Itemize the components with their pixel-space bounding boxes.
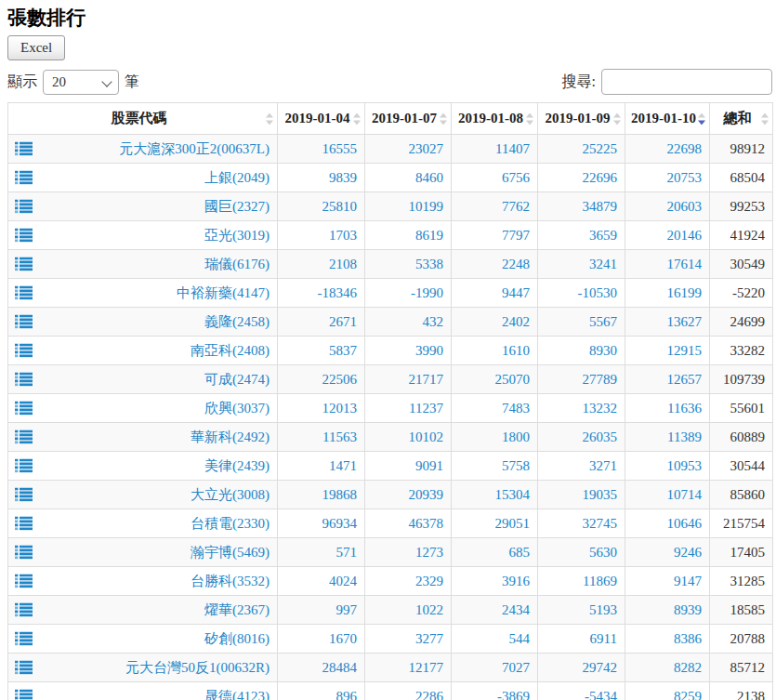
value-link[interactable]: 12177 — [409, 660, 444, 675]
list-icon[interactable] — [15, 603, 33, 617]
value-link[interactable]: 20146 — [667, 228, 703, 243]
value-link[interactable]: 8259 — [674, 689, 702, 700]
value-link[interactable]: 8282 — [674, 660, 702, 675]
value-link[interactable]: 22698 — [667, 141, 703, 156]
value-link[interactable]: 1273 — [415, 545, 443, 560]
value-link[interactable]: 7762 — [502, 199, 530, 214]
value-link[interactable]: 1471 — [329, 458, 357, 473]
value-link[interactable]: 3271 — [589, 458, 617, 473]
value-link[interactable]: 1800 — [502, 429, 530, 444]
value-link[interactable]: 2248 — [502, 257, 530, 271]
value-link[interactable]: 17614 — [667, 257, 703, 271]
value-link[interactable]: 11389 — [667, 429, 702, 444]
column-header-total[interactable]: 總和 — [710, 103, 773, 135]
length-select[interactable]: 20 — [43, 70, 119, 95]
stock-link[interactable]: 台勝科(3532) — [191, 574, 270, 588]
value-link[interactable]: 25225 — [583, 141, 618, 156]
value-link[interactable]: 5630 — [589, 545, 617, 560]
value-link[interactable]: 16555 — [322, 141, 358, 156]
value-link[interactable]: 22696 — [583, 170, 618, 185]
value-link[interactable]: 3241 — [589, 257, 617, 271]
value-link[interactable]: 22506 — [322, 372, 358, 387]
value-link[interactable]: 2286 — [415, 689, 443, 700]
list-icon[interactable] — [15, 632, 33, 646]
value-link[interactable]: 2434 — [502, 602, 530, 617]
list-icon[interactable] — [15, 546, 33, 560]
list-icon[interactable] — [15, 258, 33, 271]
list-icon[interactable] — [15, 459, 33, 473]
value-link[interactable]: -5434 — [585, 689, 617, 700]
value-link[interactable]: 10102 — [409, 429, 444, 444]
value-link[interactable]: 11563 — [322, 429, 357, 444]
value-link[interactable]: 5567 — [589, 314, 617, 329]
stock-link[interactable]: 燿華(2367) — [204, 602, 270, 617]
stock-link[interactable]: 國巨(2327) — [204, 199, 270, 214]
stock-link[interactable]: 上銀(2049) — [204, 170, 270, 185]
value-link[interactable]: -18346 — [318, 285, 358, 300]
value-link[interactable]: 1703 — [329, 228, 357, 243]
list-icon[interactable] — [15, 200, 33, 214]
value-link[interactable]: 8939 — [674, 602, 702, 617]
value-link[interactable]: 544 — [509, 631, 531, 646]
value-link[interactable]: 20603 — [667, 199, 703, 214]
list-icon[interactable] — [15, 690, 33, 700]
list-icon[interactable] — [15, 142, 33, 156]
value-link[interactable]: -1990 — [411, 285, 443, 300]
value-link[interactable]: 3659 — [589, 228, 617, 243]
stock-link[interactable]: 元大滬深300正2(00637L) — [119, 141, 270, 156]
value-link[interactable]: 5193 — [589, 602, 617, 617]
value-link[interactable]: 29742 — [583, 660, 618, 675]
value-link[interactable]: 19868 — [322, 487, 358, 502]
value-link[interactable]: 28484 — [322, 660, 358, 675]
value-link[interactable]: 29051 — [495, 516, 531, 531]
value-link[interactable]: 12657 — [667, 372, 703, 387]
list-icon[interactable] — [15, 661, 33, 675]
value-link[interactable]: 16199 — [667, 285, 703, 300]
stock-link[interactable]: 美律(2439) — [204, 458, 270, 473]
list-icon[interactable] — [15, 286, 33, 300]
value-link[interactable]: 25810 — [322, 199, 358, 214]
stock-link[interactable]: 華新科(2492) — [191, 429, 270, 444]
stock-link[interactable]: 可成(2474) — [204, 372, 270, 387]
column-header-date-2[interactable]: 2019-01-07 — [365, 103, 452, 135]
value-link[interactable]: 96934 — [322, 516, 358, 531]
value-link[interactable]: 25070 — [495, 372, 531, 387]
value-link[interactable]: 7483 — [502, 401, 530, 416]
stock-link[interactable]: 瀚宇博(5469) — [191, 545, 270, 560]
stock-link[interactable]: 瑞儀(6176) — [204, 257, 270, 271]
value-link[interactable]: 8619 — [415, 228, 443, 243]
list-icon[interactable] — [15, 517, 33, 531]
value-link[interactable]: 11407 — [495, 141, 530, 156]
stock-link[interactable]: 矽創(8016) — [204, 631, 270, 646]
list-icon[interactable] — [15, 344, 33, 358]
list-icon[interactable] — [15, 430, 33, 444]
value-link[interactable]: 896 — [336, 689, 358, 700]
value-link[interactable]: 11636 — [667, 401, 702, 416]
value-link[interactable]: 685 — [509, 545, 531, 560]
value-link[interactable]: 13232 — [583, 401, 618, 416]
stock-link[interactable]: 義隆(2458) — [204, 314, 270, 329]
value-link[interactable]: 1022 — [415, 602, 443, 617]
value-link[interactable]: 26035 — [583, 429, 618, 444]
value-link[interactable]: 10953 — [667, 458, 703, 473]
value-link[interactable]: 1610 — [502, 343, 530, 358]
list-icon[interactable] — [15, 402, 33, 416]
value-link[interactable]: 3277 — [415, 631, 443, 646]
value-link[interactable]: 11237 — [409, 401, 443, 416]
value-link[interactable]: 7797 — [502, 228, 530, 243]
excel-export-button[interactable]: Excel — [7, 35, 65, 60]
value-link[interactable]: 8386 — [674, 631, 702, 646]
stock-link[interactable]: 台積電(2330) — [191, 516, 270, 531]
value-link[interactable]: 34879 — [583, 199, 618, 214]
value-link[interactable]: 10714 — [667, 487, 703, 502]
value-link[interactable]: 2671 — [329, 314, 357, 329]
value-link[interactable]: 32745 — [583, 516, 618, 531]
value-link[interactable]: 10646 — [667, 516, 703, 531]
stock-link[interactable]: 晟德(4123) — [204, 689, 270, 700]
value-link[interactable]: 15304 — [495, 487, 531, 502]
value-link[interactable]: -3869 — [497, 689, 530, 700]
value-link[interactable]: 9246 — [674, 545, 702, 560]
value-link[interactable]: 20753 — [667, 170, 703, 185]
value-link[interactable]: 571 — [336, 545, 358, 560]
list-icon[interactable] — [15, 229, 33, 243]
